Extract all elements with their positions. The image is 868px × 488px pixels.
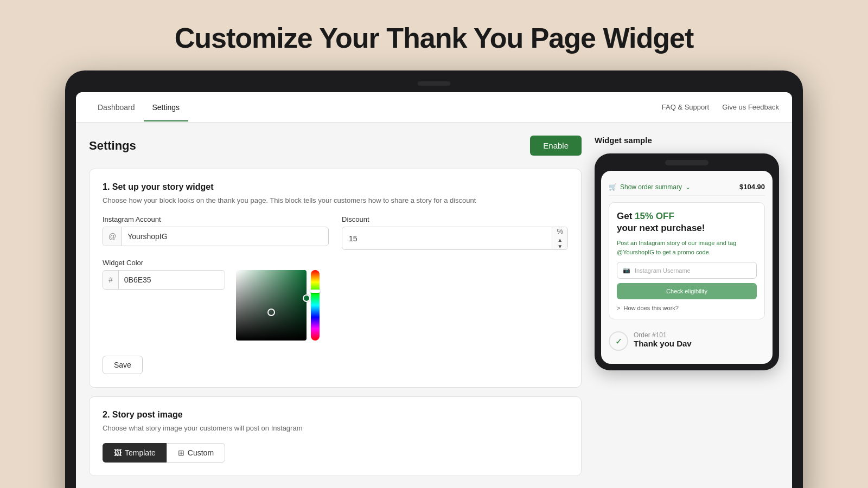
phone-screen: 🛒 Show order summary ⌄ $104.90 Get 15% O… [601,171,773,364]
nav-tabs: Dashboard Settings [89,93,662,121]
main-content: Settings Enable 1. Set up your story wid… [76,123,792,488]
phone-notch [665,160,709,165]
grid-icon: ⊞ [178,448,184,457]
top-nav: Dashboard Settings FAQ & Support Give us… [76,92,792,123]
chevron-down-icon: ⌄ [685,183,691,191]
discount-highlight: 15% OFF [635,211,674,221]
color-label: Widget Color [103,259,568,267]
instagram-label: Instagram Account [103,215,329,223]
image-icon: 🖼 [114,448,122,457]
cart-icon: 🛒 [609,183,617,191]
section2-card: 2. Story post image Choose what story im… [89,396,582,476]
hue-slider-thumb [310,290,320,293]
page-title: Customize Your Thank You Page Widget [175,22,693,54]
instagram-username-input[interactable]: 📷 Instagram Username [617,262,757,279]
widget-discount-text: Get 15% OFF your next purchase! [617,210,757,234]
color-gradient-dot-center [267,309,275,316]
widget-card: Get 15% OFF your next purchase! Post an … [609,202,765,319]
device-frame: Dashboard Settings FAQ & Support Give us… [65,70,803,488]
instagram-input[interactable] [122,227,328,246]
widget-sample-label: Widget sample [595,136,779,145]
color-gradient[interactable] [236,270,307,341]
settings-title: Settings [89,139,136,153]
template-tab[interactable]: 🖼 Template [103,443,167,463]
enable-button[interactable]: Enable [530,136,582,156]
save-button[interactable]: Save [103,356,143,374]
instagram-group: Instagram Account @ [103,215,329,250]
order-summary-text[interactable]: Show order summary [620,183,682,191]
order-summary-left: 🛒 Show order summary ⌄ [609,183,691,191]
color-input-group: # [103,270,225,290]
widget-description: Post an Instagram story of our image and… [617,239,757,256]
discount-increment[interactable]: ▲ [557,237,563,243]
color-prefix: # [103,271,119,289]
discount-label: Discount [342,215,568,223]
order-confirm-details: Order #101 Thank you Dav [634,331,692,348]
section1-card: 1. Set up your story widget Choose how y… [89,169,582,388]
color-input[interactable] [119,271,225,289]
order-summary-bar: 🛒 Show order summary ⌄ $104.90 [609,178,765,196]
feedback-link[interactable]: Give us Feedback [722,103,779,111]
order-confirm: ✓ Order #101 Thank you Dav [609,326,765,356]
phone-mockup: 🛒 Show order summary ⌄ $104.90 Get 15% O… [595,153,779,370]
app-window: Dashboard Settings FAQ & Support Give us… [76,92,792,488]
section2-description: Choose what story image your customers w… [103,424,568,432]
discount-suffix: % ▲ ▼ [552,227,567,249]
chevron-right-icon: > [617,305,620,311]
instagram-prefix: @ [103,227,122,246]
discount-group: Discount % ▲ ▼ [342,215,568,250]
order-thanks: Thank you Dav [634,339,692,348]
faq-support-link[interactable]: FAQ & Support [662,103,709,111]
check-eligibility-button[interactable]: Check eligibility [617,283,757,299]
settings-panel: Settings Enable 1. Set up your story wid… [89,136,582,485]
section2-heading: 2. Story post image [103,410,568,420]
image-type-tabs: 🖼 Template ⊞ Custom [103,443,568,463]
discount-input[interactable] [342,227,552,249]
discount-decrement[interactable]: ▼ [557,244,563,249]
instagram-input-wrapper: @ [103,227,329,246]
order-amount: $104.90 [739,183,765,191]
color-picker-visual[interactable] [236,270,320,341]
device-camera [418,81,450,86]
color-gradient-dot-right [303,294,310,302]
nav-actions: FAQ & Support Give us Feedback [662,103,779,111]
color-group: Widget Color # [103,259,568,341]
instagram-icon: 📷 [623,267,630,274]
color-input-wrapper: # [103,270,225,290]
form-row-1: Instagram Account @ Discount [103,215,568,250]
color-section: # [103,270,568,341]
settings-header: Settings Enable [89,136,582,156]
account-tag: @YourshopIG [617,249,654,255]
tab-settings[interactable]: Settings [144,93,189,121]
order-number: Order #101 [634,331,692,339]
hue-slider[interactable] [311,270,320,341]
discount-input-wrapper: % ▲ ▼ [342,227,568,250]
order-check-icon: ✓ [609,331,628,351]
custom-tab[interactable]: ⊞ Custom [167,443,225,463]
tab-dashboard[interactable]: Dashboard [89,93,144,121]
section1-description: Choose how your block looks on the thank… [103,196,568,204]
how-it-works[interactable]: > How does this work? [617,305,757,311]
widget-panel: Widget sample 🛒 Show order summary ⌄ $10… [595,136,779,485]
section1-heading: 1. Set up your story widget [103,182,568,192]
